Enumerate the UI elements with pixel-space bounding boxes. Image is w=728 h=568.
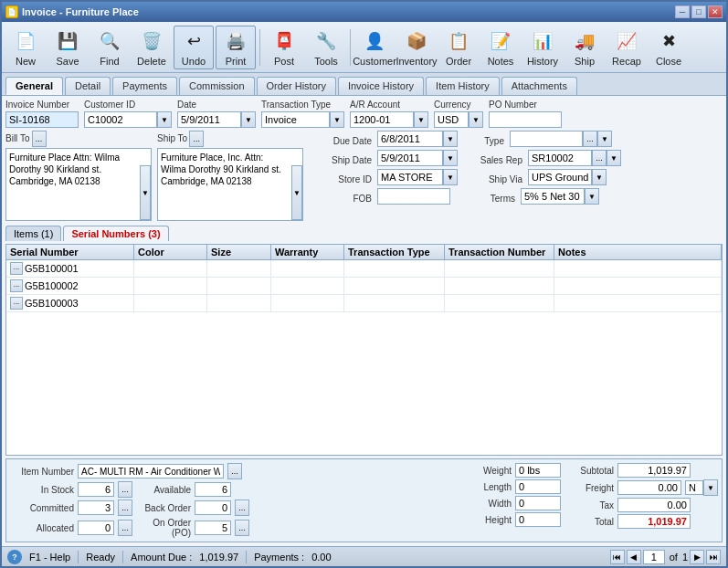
freight-row: Freight ▼	[568, 479, 718, 496]
ship-to-scroll[interactable]: ▼	[291, 165, 302, 220]
terms-input[interactable]	[521, 188, 585, 205]
print-button[interactable]: 🖨️ Print	[216, 26, 256, 69]
available-input[interactable]	[195, 482, 231, 497]
close-button[interactable]: ✕	[708, 5, 723, 18]
row2-dots[interactable]: ···	[10, 279, 23, 292]
find-button[interactable]: 🔍 Find	[90, 26, 130, 69]
in-stock-dots[interactable]: ...	[118, 481, 132, 498]
type-input[interactable]	[510, 131, 583, 147]
post-button[interactable]: 📮 Post	[264, 26, 304, 69]
currency-input[interactable]	[434, 111, 469, 128]
bill-to-scroll[interactable]: ▼	[140, 165, 151, 220]
weight-input[interactable]	[515, 463, 561, 478]
prev-page-button[interactable]: ◀	[627, 550, 641, 564]
tab-commission[interactable]: Commission	[179, 77, 255, 95]
committed-dots[interactable]: ...	[118, 500, 132, 516]
tab-invoice-history[interactable]: Invoice History	[338, 77, 424, 95]
date-input[interactable]	[177, 111, 241, 128]
row1-dots[interactable]: ···	[10, 262, 23, 275]
ship-date-input[interactable]	[377, 150, 443, 166]
ship-date-arrow[interactable]: ▼	[443, 150, 458, 166]
committed-input[interactable]	[78, 500, 114, 515]
height-input[interactable]	[515, 512, 561, 527]
in-stock-input[interactable]	[78, 482, 114, 497]
freight-code-input[interactable]	[685, 480, 703, 495]
last-page-button[interactable]: ⏭	[706, 550, 721, 564]
ship-to-dots-button[interactable]: ...	[189, 131, 204, 147]
tab-payments[interactable]: Payments	[112, 77, 177, 95]
customer-id-arrow[interactable]: ▼	[157, 111, 172, 128]
width-input[interactable]	[515, 496, 561, 510]
table-row[interactable]: ··· G5B100002	[6, 278, 722, 295]
sales-rep-input[interactable]	[528, 150, 592, 166]
back-order-dots[interactable]: ...	[235, 500, 249, 516]
tab-item-history[interactable]: Item History	[426, 77, 500, 95]
transaction-type-arrow[interactable]: ▼	[330, 111, 344, 128]
tab-order-history[interactable]: Order History	[257, 77, 336, 95]
item-number-dots[interactable]: ...	[227, 463, 242, 479]
freight-value[interactable]	[617, 480, 681, 495]
recap-button[interactable]: 📈 Recap	[607, 26, 647, 69]
allocated-input[interactable]	[78, 521, 114, 535]
allocated-dots[interactable]: ...	[118, 520, 132, 536]
inventory-button[interactable]: 📦 Inventory	[396, 26, 437, 69]
table-row[interactable]: ··· G5B100003	[6, 295, 722, 312]
on-order-dots[interactable]: ...	[235, 520, 249, 536]
bill-to-dots-button[interactable]: ...	[32, 131, 47, 147]
tab-serial-numbers[interactable]: Serial Numbers (3)	[63, 226, 168, 241]
customer-id-input[interactable]	[84, 111, 157, 128]
new-button[interactable]: 📄 New	[5, 26, 46, 69]
store-id-input[interactable]	[377, 169, 443, 185]
order-button[interactable]: 📋 Order	[438, 26, 479, 69]
ar-account-arrow[interactable]: ▼	[414, 111, 428, 128]
ship-via-arrow[interactable]: ▼	[592, 169, 607, 185]
transaction-type-input[interactable]	[261, 111, 330, 128]
table-row[interactable]: ··· G5B100001	[6, 260, 722, 278]
customer-button[interactable]: 👤 Customer	[354, 26, 395, 69]
due-date-input[interactable]	[377, 131, 443, 147]
next-page-button[interactable]: ▶	[690, 550, 704, 564]
status-sep-1	[78, 551, 79, 563]
close-toolbar-button[interactable]: ✖ Close	[649, 26, 689, 69]
type-dots[interactable]: ...	[583, 131, 597, 147]
item-number-input[interactable]	[78, 464, 224, 479]
page-number[interactable]	[643, 550, 665, 564]
main-window: 📄 Invoice - Furniture Place ─ □ ✕ 📄 New …	[0, 0, 728, 568]
po-number-input[interactable]	[489, 111, 562, 128]
tools-button[interactable]: 🔧 Tools	[306, 26, 346, 69]
undo-button[interactable]: ↩ Undo	[174, 26, 214, 69]
type-arrow[interactable]: ▼	[597, 131, 612, 147]
help-icon: ?	[7, 550, 22, 564]
tab-attachments[interactable]: Attachments	[501, 77, 577, 95]
due-date-arrow[interactable]: ▼	[443, 131, 458, 147]
invoice-number-input[interactable]	[5, 111, 79, 128]
freight-code-arrow[interactable]: ▼	[703, 479, 718, 496]
on-order-input[interactable]	[195, 521, 231, 535]
minimize-button[interactable]: ─	[675, 5, 690, 18]
cell-size-2	[207, 278, 271, 294]
first-page-button[interactable]: ⏮	[610, 550, 625, 564]
delete-button[interactable]: 🗑️ Delete	[132, 26, 172, 69]
terms-arrow[interactable]: ▼	[585, 188, 599, 205]
tab-detail[interactable]: Detail	[65, 77, 111, 95]
store-id-arrow[interactable]: ▼	[443, 169, 458, 185]
ar-account-input[interactable]	[350, 111, 414, 128]
back-order-input[interactable]	[195, 500, 231, 515]
ship-via-input[interactable]	[528, 169, 592, 185]
row3-dots[interactable]: ···	[10, 297, 23, 310]
currency-arrow[interactable]: ▼	[469, 111, 483, 128]
save-button[interactable]: 💾 Save	[47, 26, 88, 69]
sales-rep-dots[interactable]: ...	[592, 150, 607, 166]
ship-button[interactable]: 🚚 Ship	[564, 26, 605, 69]
tab-general[interactable]: General	[5, 77, 63, 95]
history-button[interactable]: 📊 History	[522, 26, 563, 69]
notes-button[interactable]: 📝 Notes	[480, 26, 521, 69]
sales-rep-arrow[interactable]: ▼	[607, 150, 621, 166]
tab-items[interactable]: Items (1)	[5, 226, 61, 241]
length-input[interactable]	[515, 479, 561, 494]
item-number-row: Item Number ...	[10, 463, 463, 479]
subtotal-label: Subtotal	[568, 466, 614, 476]
date-arrow[interactable]: ▼	[241, 111, 256, 128]
maximize-button[interactable]: □	[691, 5, 706, 18]
fob-input[interactable]	[377, 188, 450, 205]
